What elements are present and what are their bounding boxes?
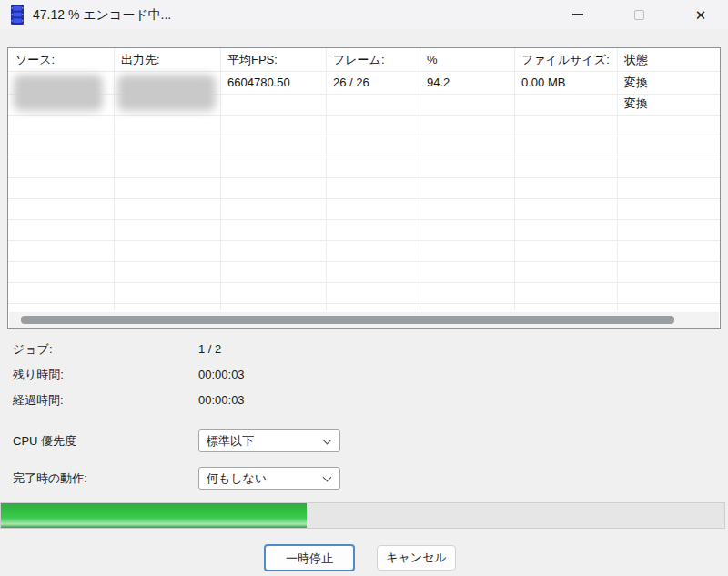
column-header-percent[interactable]: %: [420, 48, 438, 72]
column-header-filesize[interactable]: ファイルサイズ:: [514, 48, 610, 72]
remaining-value: 00:00:03: [198, 366, 245, 384]
completion-action-selected: 何もしない: [207, 471, 267, 485]
queue-row[interactable]: 6604780.50 26 / 26 94.2 0.00 MB 変換: [8, 72, 720, 93]
maximize-icon: [634, 10, 644, 20]
column-header-source[interactable]: ソース:: [8, 48, 55, 72]
cell-status: 変換: [617, 72, 648, 93]
close-button[interactable]: ✕: [681, 2, 721, 27]
column-header-status[interactable]: 状態: [617, 48, 648, 72]
close-icon: ✕: [695, 8, 707, 22]
cell-status: 変換: [617, 93, 648, 114]
encode-progress-bar: [0, 502, 725, 529]
chevron-down-icon: [323, 473, 332, 482]
window-title: 47.12 % エンコード中...: [33, 0, 171, 29]
column-header-output[interactable]: 出力先:: [114, 48, 160, 72]
cell-percent: 94.2: [420, 72, 450, 93]
completion-action-dropdown[interactable]: 何もしない: [198, 467, 340, 490]
chevron-down-icon: [323, 436, 332, 445]
remaining-label: 残り時間:: [13, 366, 64, 384]
encode-progress-fill: [1, 503, 307, 528]
minimize-icon: [572, 14, 583, 15]
table-header-row: ソース: 出力先: 平均FPS: フレーム: % ファイルサイズ: 状態: [8, 48, 720, 72]
queue-row[interactable]: 変換: [8, 93, 720, 114]
cpu-priority-label: CPU 優先度: [13, 429, 76, 452]
job-label: ジョブ:: [13, 340, 53, 359]
maximize-button: [619, 2, 659, 27]
cpu-priority-selected: 標準以下: [207, 434, 254, 448]
elapsed-value: 00:00:03: [198, 391, 245, 409]
elapsed-label: 経過時間:: [13, 391, 64, 409]
job-value: 1 / 2: [198, 340, 221, 359]
minimize-button[interactable]: [558, 2, 598, 27]
cell-frames: 26 / 26: [326, 72, 369, 93]
titlebar: 47.12 % エンコード中... ✕: [0, 0, 728, 29]
encode-queue-table: ソース: 出力先: 平均FPS: フレーム: % ファイルサイズ: 状態 660…: [7, 47, 721, 329]
filmstrip-app-icon: [11, 5, 24, 25]
encoding-progress-window: 47.12 % エンコード中... ✕ ソース: 出力先: 平均FPS: フレー…: [0, 0, 728, 576]
cell-filesize: 0.00 MB: [514, 72, 565, 93]
cancel-button[interactable]: キャンセル: [377, 545, 456, 571]
cell-avg-fps: 6604780.50: [220, 72, 290, 93]
pause-button[interactable]: 一時停止: [264, 544, 355, 571]
scrollbar-thumb[interactable]: [21, 316, 674, 324]
cpu-priority-dropdown[interactable]: 標準以下: [198, 429, 340, 452]
column-header-frames[interactable]: フレーム:: [326, 48, 385, 72]
completion-action-label: 完了時の動作:: [13, 467, 87, 490]
column-header-avg-fps[interactable]: 平均FPS:: [220, 48, 278, 72]
horizontal-scrollbar[interactable]: [9, 312, 719, 328]
